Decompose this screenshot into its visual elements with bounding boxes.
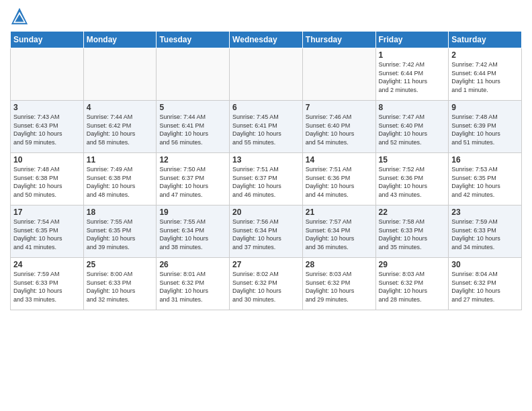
day-number: 17: [13, 208, 81, 217]
calendar-cell: 12Sunrise: 7:50 AMSunset: 6:37 PMDayligh…: [157, 153, 230, 205]
day-number: 16: [451, 155, 519, 165]
day-number: 7: [306, 103, 373, 112]
calendar-table: SundayMondayTuesdayWednesdayThursdayFrid…: [10, 31, 522, 310]
column-header-saturday: Saturday: [449, 32, 522, 48]
calendar-week-row: 24Sunrise: 7:59 AMSunset: 6:33 PMDayligh…: [11, 258, 522, 310]
calendar-cell: 26Sunrise: 8:01 AMSunset: 6:32 PMDayligh…: [157, 258, 230, 310]
day-number: 11: [87, 155, 154, 165]
calendar-cell: 5Sunrise: 7:44 AMSunset: 6:41 PMDaylight…: [157, 101, 230, 153]
calendar-cell: 9Sunrise: 7:48 AMSunset: 6:39 PMDaylight…: [449, 101, 522, 153]
day-info: Sunrise: 7:47 AMSunset: 6:40 PMDaylight:…: [379, 113, 446, 146]
day-number: 3: [13, 103, 81, 112]
day-info: Sunrise: 7:43 AMSunset: 6:43 PMDaylight:…: [13, 113, 81, 146]
day-info: Sunrise: 7:52 AMSunset: 6:36 PMDaylight:…: [379, 165, 446, 199]
day-info: Sunrise: 8:02 AMSunset: 6:32 PMDaylight:…: [232, 270, 300, 304]
day-number: 22: [379, 208, 446, 217]
day-number: 10: [13, 155, 81, 165]
calendar-week-row: 3Sunrise: 7:43 AMSunset: 6:43 PMDaylight…: [11, 101, 522, 153]
column-header-thursday: Thursday: [302, 32, 375, 48]
day-info: Sunrise: 7:48 AMSunset: 6:39 PMDaylight:…: [451, 113, 519, 146]
day-number: 14: [306, 155, 373, 165]
calendar-cell: 7Sunrise: 7:46 AMSunset: 6:40 PMDaylight…: [302, 101, 375, 153]
day-info: Sunrise: 7:54 AMSunset: 6:35 PMDaylight:…: [13, 218, 81, 251]
day-info: Sunrise: 7:57 AMSunset: 6:34 PMDaylight:…: [306, 218, 373, 251]
day-info: Sunrise: 8:01 AMSunset: 6:32 PMDaylight:…: [159, 270, 226, 304]
calendar-header-row: SundayMondayTuesdayWednesdayThursdayFrid…: [11, 32, 522, 48]
day-number: 5: [159, 103, 226, 112]
day-number: 20: [232, 208, 300, 217]
day-number: 12: [159, 155, 226, 165]
calendar-cell: 25Sunrise: 8:00 AMSunset: 6:33 PMDayligh…: [83, 258, 157, 310]
day-info: Sunrise: 7:49 AMSunset: 6:38 PMDaylight:…: [87, 165, 154, 199]
day-number: 24: [13, 260, 81, 269]
day-number: 25: [87, 260, 154, 269]
day-info: Sunrise: 7:53 AMSunset: 6:35 PMDaylight:…: [451, 165, 519, 199]
calendar-cell: [230, 48, 303, 101]
day-info: Sunrise: 7:44 AMSunset: 6:42 PMDaylight:…: [87, 113, 154, 146]
day-number: 15: [379, 155, 446, 165]
day-number: 29: [379, 260, 446, 269]
day-number: 18: [87, 208, 154, 217]
day-number: 26: [159, 260, 226, 269]
day-info: Sunrise: 7:55 AMSunset: 6:35 PMDaylight:…: [87, 218, 154, 251]
calendar-cell: 1Sunrise: 7:42 AMSunset: 6:44 PMDaylight…: [375, 48, 449, 101]
calendar-cell: 27Sunrise: 8:02 AMSunset: 6:32 PMDayligh…: [230, 258, 303, 310]
day-number: 6: [232, 103, 300, 112]
calendar-cell: 29Sunrise: 8:03 AMSunset: 6:32 PMDayligh…: [375, 258, 449, 310]
day-number: 28: [306, 260, 373, 269]
day-info: Sunrise: 7:50 AMSunset: 6:37 PMDaylight:…: [159, 165, 226, 199]
calendar-cell: 20Sunrise: 7:56 AMSunset: 6:34 PMDayligh…: [230, 205, 303, 258]
day-number: 23: [451, 208, 519, 217]
calendar-cell: 19Sunrise: 7:55 AMSunset: 6:34 PMDayligh…: [157, 205, 230, 258]
calendar-week-row: 17Sunrise: 7:54 AMSunset: 6:35 PMDayligh…: [11, 205, 522, 258]
calendar-cell: 13Sunrise: 7:51 AMSunset: 6:37 PMDayligh…: [230, 153, 303, 205]
day-number: 13: [232, 155, 300, 165]
calendar-cell: 10Sunrise: 7:48 AMSunset: 6:38 PMDayligh…: [11, 153, 84, 205]
day-number: 21: [306, 208, 373, 217]
day-number: 27: [232, 260, 300, 269]
calendar-cell: 3Sunrise: 7:43 AMSunset: 6:43 PMDaylight…: [11, 101, 84, 153]
day-info: Sunrise: 7:51 AMSunset: 6:36 PMDaylight:…: [306, 165, 373, 199]
day-info: Sunrise: 7:59 AMSunset: 6:33 PMDaylight:…: [451, 218, 519, 251]
calendar-cell: [157, 48, 230, 101]
logo-icon: [10, 7, 29, 26]
day-info: Sunrise: 7:51 AMSunset: 6:37 PMDaylight:…: [232, 165, 300, 199]
day-number: 2: [451, 50, 519, 60]
day-info: Sunrise: 7:59 AMSunset: 6:33 PMDaylight:…: [13, 270, 81, 304]
day-info: Sunrise: 8:00 AMSunset: 6:33 PMDaylight:…: [87, 270, 154, 304]
calendar-cell: 18Sunrise: 7:55 AMSunset: 6:35 PMDayligh…: [83, 205, 157, 258]
calendar-cell: [302, 48, 375, 101]
calendar-cell: 6Sunrise: 7:45 AMSunset: 6:41 PMDaylight…: [230, 101, 303, 153]
day-number: 1: [379, 50, 446, 60]
day-number: 30: [451, 260, 519, 269]
calendar-cell: 8Sunrise: 7:47 AMSunset: 6:40 PMDaylight…: [375, 101, 449, 153]
day-number: 4: [87, 103, 154, 112]
day-info: Sunrise: 7:58 AMSunset: 6:33 PMDaylight:…: [379, 218, 446, 251]
calendar-cell: 15Sunrise: 7:52 AMSunset: 6:36 PMDayligh…: [375, 153, 449, 205]
calendar-cell: 23Sunrise: 7:59 AMSunset: 6:33 PMDayligh…: [449, 205, 522, 258]
calendar-week-row: 1Sunrise: 7:42 AMSunset: 6:44 PMDaylight…: [11, 48, 522, 101]
column-header-friday: Friday: [375, 32, 449, 48]
calendar-cell: 4Sunrise: 7:44 AMSunset: 6:42 PMDaylight…: [83, 101, 157, 153]
calendar-cell: 11Sunrise: 7:49 AMSunset: 6:38 PMDayligh…: [83, 153, 157, 205]
calendar-cell: 28Sunrise: 8:03 AMSunset: 6:32 PMDayligh…: [302, 258, 375, 310]
calendar-cell: 14Sunrise: 7:51 AMSunset: 6:36 PMDayligh…: [302, 153, 375, 205]
day-info: Sunrise: 8:03 AMSunset: 6:32 PMDaylight:…: [379, 270, 446, 304]
calendar-cell: [83, 48, 157, 101]
day-info: Sunrise: 7:56 AMSunset: 6:34 PMDaylight:…: [232, 218, 300, 251]
day-info: Sunrise: 7:55 AMSunset: 6:34 PMDaylight:…: [159, 218, 226, 251]
page-container: SundayMondayTuesdayWednesdayThursdayFrid…: [0, 0, 532, 314]
day-info: Sunrise: 7:45 AMSunset: 6:41 PMDaylight:…: [232, 113, 300, 146]
calendar-cell: 2Sunrise: 7:42 AMSunset: 6:44 PMDaylight…: [449, 48, 522, 101]
column-header-tuesday: Tuesday: [157, 32, 230, 48]
calendar-cell: 22Sunrise: 7:58 AMSunset: 6:33 PMDayligh…: [375, 205, 449, 258]
day-info: Sunrise: 7:44 AMSunset: 6:41 PMDaylight:…: [159, 113, 226, 146]
calendar-cell: 21Sunrise: 7:57 AMSunset: 6:34 PMDayligh…: [302, 205, 375, 258]
day-info: Sunrise: 7:48 AMSunset: 6:38 PMDaylight:…: [13, 165, 81, 199]
day-info: Sunrise: 8:03 AMSunset: 6:32 PMDaylight:…: [306, 270, 373, 304]
calendar-cell: 30Sunrise: 8:04 AMSunset: 6:32 PMDayligh…: [449, 258, 522, 310]
day-number: 9: [451, 103, 519, 112]
calendar-week-row: 10Sunrise: 7:48 AMSunset: 6:38 PMDayligh…: [11, 153, 522, 205]
day-number: 19: [159, 208, 226, 217]
day-info: Sunrise: 7:42 AMSunset: 6:44 PMDaylight:…: [379, 60, 446, 94]
